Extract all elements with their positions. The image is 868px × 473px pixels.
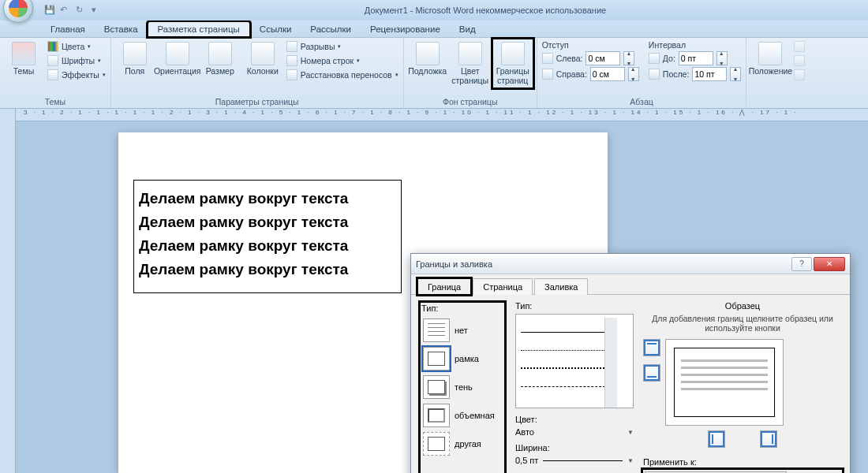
border-type-custom[interactable]: другая [421, 430, 503, 458]
paragraph[interactable]: Делаем рамку вокруг текста [139, 237, 396, 255]
edge-buttons-vertical [643, 339, 660, 426]
borders-shading-dialog: Границы и заливка ? ✕ Граница Страница З… [410, 253, 851, 473]
sample-header: Образец [643, 301, 842, 311]
type-shadow-icon [423, 375, 450, 399]
position-button[interactable]: Положение [751, 40, 789, 78]
dialog-titlebar[interactable]: Границы и заливка ? ✕ [411, 254, 850, 274]
bring-front-button[interactable] [794, 40, 805, 53]
send-back-button[interactable] [794, 54, 805, 67]
edge-buttons-horizontal [643, 430, 842, 448]
border-type-panel: Тип: нет рамка тень объемная [419, 301, 506, 473]
fonts-button[interactable]: Шрифты▾ [47, 54, 106, 67]
spacing-after-icon [649, 68, 660, 80]
save-icon[interactable]: 💾 [44, 5, 55, 16]
margins-icon [123, 42, 147, 65]
size-button[interactable]: Размер [201, 40, 239, 78]
preview-box[interactable] [665, 339, 784, 426]
qat-dropdown-icon[interactable]: ▾ [92, 5, 103, 16]
paragraph[interactable]: Делаем рамку вокруг текста [139, 190, 396, 207]
type-none-icon [423, 318, 450, 342]
tab-insert[interactable]: Вставка [95, 22, 148, 37]
themes-label: Темы [13, 67, 34, 76]
edge-top-button[interactable] [643, 339, 660, 356]
dialog-help-button[interactable]: ? [791, 257, 812, 271]
sample-hint: Для добавления границ щелкните образец и… [643, 314, 842, 333]
spacing-after-spinner[interactable]: После: [649, 67, 742, 81]
line-style-option[interactable] [521, 372, 617, 387]
tab-review[interactable]: Рецензирование [361, 22, 450, 37]
indent-left-input[interactable] [586, 51, 620, 65]
tab-mailings[interactable]: Рассылки [301, 22, 361, 37]
border-style-panel: Тип: Цвет: Авто ▼ Ширина: 0,5 пт [515, 301, 634, 473]
indent-right-input[interactable] [590, 67, 625, 81]
tab-references[interactable]: Ссылки [250, 22, 301, 37]
border-type-box[interactable]: рамка [421, 345, 503, 373]
watermark-icon [416, 42, 440, 65]
spinner-arrows-icon[interactable] [730, 67, 741, 81]
colors-button[interactable]: Цвета▾ [47, 40, 106, 53]
breaks-button[interactable]: Разрывы▾ [286, 40, 398, 53]
margins-button[interactable]: Поля [116, 40, 154, 78]
spacing-before-input[interactable] [679, 51, 713, 65]
position-icon [758, 42, 782, 65]
dialog-close-button[interactable]: ✕ [814, 257, 845, 271]
apply-to-row: Применить к: абзацу Параметры... [643, 457, 842, 473]
workarea: 3 · 1 · 2 · 1 · 1 · 1 · 1 · 1 · 2 · 1 · … [0, 109, 868, 473]
undo-icon[interactable]: ↶ [60, 5, 71, 16]
themes-icon [12, 42, 36, 65]
edge-right-button[interactable] [760, 430, 777, 448]
line-numbers-button[interactable]: Номера строк▾ [286, 54, 398, 67]
type-custom-icon [423, 432, 450, 456]
line-style-list[interactable] [515, 314, 634, 408]
group-page-bg-label: Фон страницы [409, 95, 532, 108]
color-combo[interactable]: Авто ▼ [515, 427, 634, 437]
ruler-horizontal[interactable]: 3 · 1 · 2 · 1 · 1 · 1 · 1 · 1 · 2 · 1 · … [16, 109, 868, 121]
border-type-shadow[interactable]: тень [421, 373, 503, 401]
redo-icon[interactable]: ↻ [76, 5, 87, 16]
indent-right-spinner[interactable]: Справа: [542, 67, 639, 81]
indent-left-spinner[interactable]: Слева: [542, 51, 639, 65]
effects-button[interactable]: Эффекты▾ [47, 69, 106, 81]
group-themes: Темы Цвета▾ Шрифты▾ Эффекты▾ Темы [0, 38, 111, 108]
themes-button[interactable]: Темы [5, 40, 43, 78]
text-wrap-button[interactable] [794, 69, 805, 81]
ruler-vertical[interactable] [0, 109, 16, 473]
paragraph[interactable]: Делаем рамку вокруг текста [139, 214, 396, 231]
colors-icon [47, 41, 58, 52]
dialog-body: Тип: нет рамка тень объемная [411, 295, 850, 473]
line-style-option[interactable] [521, 336, 617, 351]
border-type-none[interactable]: нет [421, 316, 503, 345]
spinner-arrows-icon[interactable] [623, 51, 634, 65]
width-combo[interactable]: 0,5 пт ▼ [515, 456, 634, 465]
edge-bottom-button[interactable] [643, 364, 660, 382]
line-style-option[interactable] [521, 318, 617, 333]
hyphenation-button[interactable]: Расстановка переносов▾ [286, 69, 398, 81]
columns-icon [251, 42, 275, 65]
scrollbar[interactable] [604, 318, 617, 408]
group-paragraph-label: Абзац [542, 95, 742, 108]
orientation-button[interactable]: Ориентация [159, 40, 196, 78]
office-button[interactable] [3, 0, 33, 23]
page-borders-button[interactable]: Границы страниц [494, 40, 532, 87]
hyphenation-icon [286, 69, 297, 80]
paragraph[interactable]: Делаем рамку вокруг текста [139, 261, 396, 278]
watermark-button[interactable]: Подложка [409, 40, 447, 78]
dialog-tab-shading[interactable]: Заливка [534, 278, 588, 295]
dialog-tab-borders[interactable]: Граница [417, 278, 471, 295]
dialog-tab-page[interactable]: Страница [473, 278, 533, 295]
edge-left-button[interactable] [708, 430, 725, 448]
spinner-arrows-icon[interactable] [716, 51, 728, 65]
spacing-before-spinner[interactable]: До: [649, 51, 742, 65]
tab-view[interactable]: Вид [450, 22, 485, 37]
line-style-option[interactable] [521, 354, 617, 369]
apply-header: Применить к: [643, 457, 842, 467]
page-color-button[interactable]: Цвет страницы [451, 40, 489, 87]
columns-button[interactable]: Колонки [244, 40, 282, 78]
spacing-after-input[interactable] [692, 67, 727, 81]
tab-page-layout[interactable]: Разметка страницы [148, 21, 250, 37]
tab-home[interactable]: Главная [41, 22, 95, 37]
border-type-3d[interactable]: объемная [421, 401, 503, 430]
window-title: Документ1 - Microsoft Word некоммерческо… [103, 6, 868, 15]
spinner-arrows-icon[interactable] [628, 67, 639, 81]
dropdown-icon: ▾ [88, 43, 91, 50]
